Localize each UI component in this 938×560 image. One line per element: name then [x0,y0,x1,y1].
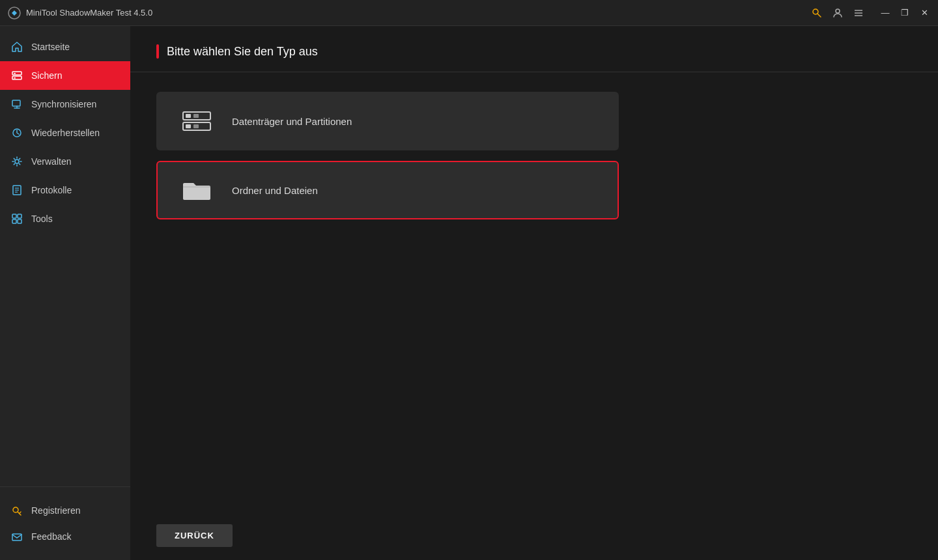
app-title: MiniTool ShadowMaker Test 4.5.0 [26,8,152,18]
content-footer: ZURÜCK [130,511,938,560]
sidebar-label-synchronisieren: Synchronisieren [31,99,96,109]
svg-rect-28 [193,124,199,128]
sidebar-item-feedback[interactable]: Feedback [0,524,130,550]
svg-rect-20 [18,219,21,223]
sidebar-item-startseite[interactable]: Startseite [0,33,130,61]
sidebar-item-tools[interactable]: Tools [0,204,130,233]
window-controls: — ❐ ✕ [879,7,930,19]
svg-point-2 [836,9,840,13]
sidebar-label-verwalten: Verwalten [31,156,71,167]
close-button[interactable]: ✕ [918,7,930,19]
svg-rect-9 [14,77,16,79]
menu-icon[interactable] [853,8,864,18]
sidebar-label-registrieren: Registrieren [31,505,80,516]
mail-icon [10,530,23,543]
titlebar: MiniTool ShadowMaker Test 4.5.0 — ❐ [0,0,938,26]
app-logo [8,7,21,20]
svg-point-12 [15,160,19,163]
backup-icon [10,69,23,82]
sync-icon [10,98,23,111]
sidebar-item-synchronisieren[interactable]: Synchronisieren [0,90,130,119]
pin-icon[interactable] [812,8,822,18]
sidebar-item-registrieren[interactable]: Registrieren [0,497,130,524]
svg-rect-17 [12,214,16,218]
sidebar-item-protokolle[interactable]: Protokolle [0,176,130,204]
page-title: Bitte wählen Sie den Typ aus [167,45,318,59]
titlebar-left: MiniTool ShadowMaker Test 4.5.0 [8,7,152,20]
content-header: Bitte wählen Sie den Typ aus [130,26,938,72]
sidebar-label-tools: Tools [31,214,53,224]
svg-rect-26 [186,124,191,128]
sidebar-label-startseite: Startseite [31,42,70,52]
sidebar-label-feedback: Feedback [31,531,71,542]
tools-icon [10,212,23,225]
card-datentraeger[interactable]: Datenträger und Partitionen [156,92,619,150]
disk-icon [177,102,216,141]
svg-rect-25 [186,114,191,118]
sidebar-label-sichern: Sichern [31,70,62,81]
card-ordner[interactable]: Ordner und Dateien [156,161,619,219]
folder-icon [177,171,216,210]
restore-icon [10,126,23,139]
svg-rect-19 [12,219,16,223]
svg-rect-8 [14,73,16,74]
home-icon [10,40,23,53]
svg-rect-10 [12,100,20,106]
sidebar-item-wiederherstellen[interactable]: Wiederherstellen [0,119,130,147]
user-icon[interactable] [832,8,843,18]
minimize-button[interactable]: — [879,7,891,19]
svg-rect-27 [193,114,199,118]
back-button[interactable]: ZURÜCK [156,524,233,547]
main-layout: Startseite Sichern [0,26,938,560]
sidebar-item-sichern[interactable]: Sichern [0,61,130,90]
card-ordner-label: Ordner und Dateien [232,185,318,196]
sidebar-item-verwalten[interactable]: Verwalten [0,147,130,176]
card-datentraeger-label: Datenträger und Partitionen [232,116,352,127]
sidebar-label-protokolle: Protokolle [31,185,72,195]
sidebar-nav: Startseite Sichern [0,26,130,486]
sidebar: Startseite Sichern [0,26,130,560]
svg-rect-18 [18,214,21,218]
content-area: Bitte wählen Sie den Typ aus Datent [130,26,938,560]
title-accent-bar [156,44,159,59]
key-icon [10,504,23,517]
svg-rect-22 [12,534,21,540]
content-body: Datenträger und Partitionen Ordner und D… [130,72,938,511]
log-icon [10,184,23,197]
maximize-button[interactable]: ❐ [899,7,911,19]
sidebar-label-wiederherstellen: Wiederherstellen [31,128,100,138]
titlebar-controls: — ❐ ✕ [812,7,930,19]
sidebar-bottom: Registrieren Feedback [0,486,130,560]
manage-icon [10,155,23,168]
